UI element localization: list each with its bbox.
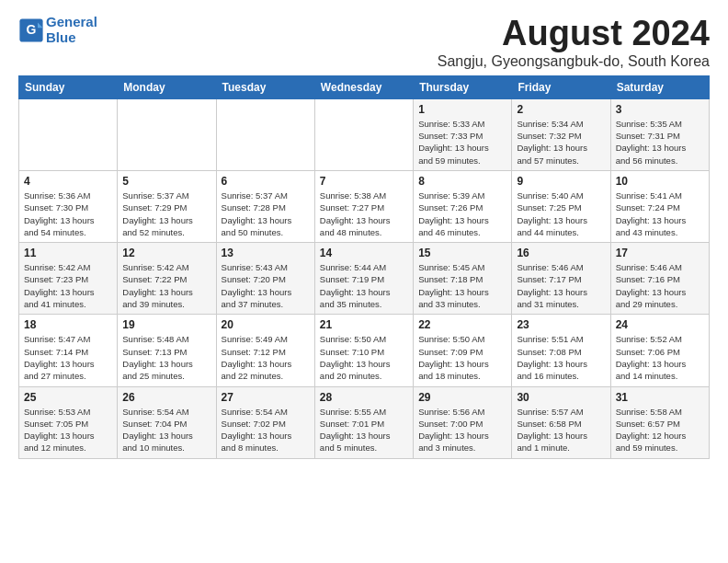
day-number: 31 bbox=[616, 391, 704, 404]
day-info: Sunrise: 5:34 AMSunset: 7:32 PMDaylight:… bbox=[517, 118, 605, 167]
day-number: 14 bbox=[320, 247, 408, 259]
table-row: 25Sunrise: 5:53 AMSunset: 7:05 PMDayligh… bbox=[19, 386, 118, 458]
col-friday: Friday bbox=[512, 75, 610, 98]
day-number: 1 bbox=[418, 103, 506, 116]
day-info: Sunrise: 5:49 AMSunset: 7:12 PMDaylight:… bbox=[222, 333, 310, 382]
day-number: 16 bbox=[517, 247, 605, 259]
day-number: 8 bbox=[418, 175, 506, 188]
day-info: Sunrise: 5:58 AMSunset: 6:57 PMDaylight:… bbox=[616, 406, 704, 454]
table-row: 14Sunrise: 5:44 AMSunset: 7:19 PMDayligh… bbox=[314, 243, 413, 315]
day-info: Sunrise: 5:41 AMSunset: 7:24 PMDaylight:… bbox=[616, 190, 704, 238]
day-info: Sunrise: 5:52 AMSunset: 7:06 PMDaylight:… bbox=[616, 333, 704, 382]
logo: G General Blue bbox=[18, 15, 97, 45]
day-number: 27 bbox=[222, 391, 310, 404]
day-info: Sunrise: 5:51 AMSunset: 7:08 PMDaylight:… bbox=[517, 333, 605, 382]
day-info: Sunrise: 5:42 AMSunset: 7:22 PMDaylight:… bbox=[122, 261, 210, 310]
table-row: 1Sunrise: 5:33 AMSunset: 7:33 PMDaylight… bbox=[414, 98, 512, 170]
day-number: 26 bbox=[122, 391, 210, 404]
table-row: 2Sunrise: 5:34 AMSunset: 7:32 PMDaylight… bbox=[512, 98, 610, 170]
logo-icon: G bbox=[18, 17, 44, 43]
table-row: 8Sunrise: 5:39 AMSunset: 7:26 PMDaylight… bbox=[414, 170, 512, 242]
col-saturday: Saturday bbox=[610, 75, 709, 98]
table-row: 15Sunrise: 5:45 AMSunset: 7:18 PMDayligh… bbox=[414, 243, 512, 315]
table-row: 6Sunrise: 5:37 AMSunset: 7:28 PMDaylight… bbox=[216, 170, 314, 242]
calendar-week-4: 18Sunrise: 5:47 AMSunset: 7:14 PMDayligh… bbox=[19, 315, 710, 386]
table-row: 26Sunrise: 5:54 AMSunset: 7:04 PMDayligh… bbox=[118, 386, 216, 458]
day-number: 6 bbox=[222, 175, 310, 188]
table-row bbox=[19, 98, 118, 170]
table-row: 3Sunrise: 5:35 AMSunset: 7:31 PMDaylight… bbox=[610, 98, 709, 170]
table-row: 13Sunrise: 5:43 AMSunset: 7:20 PMDayligh… bbox=[216, 243, 314, 315]
col-monday: Monday bbox=[118, 75, 216, 98]
day-number: 5 bbox=[122, 175, 210, 188]
table-row: 24Sunrise: 5:52 AMSunset: 7:06 PMDayligh… bbox=[610, 315, 709, 386]
table-row: 22Sunrise: 5:50 AMSunset: 7:09 PMDayligh… bbox=[414, 315, 512, 386]
table-row: 23Sunrise: 5:51 AMSunset: 7:08 PMDayligh… bbox=[512, 315, 610, 386]
table-row: 20Sunrise: 5:49 AMSunset: 7:12 PMDayligh… bbox=[216, 315, 314, 386]
col-sunday: Sunday bbox=[19, 75, 118, 98]
page: G General Blue August 2024 Sangju, Gyeon… bbox=[0, 0, 728, 468]
table-row: 31Sunrise: 5:58 AMSunset: 6:57 PMDayligh… bbox=[610, 386, 709, 458]
day-info: Sunrise: 5:33 AMSunset: 7:33 PMDaylight:… bbox=[418, 118, 506, 167]
day-number: 7 bbox=[320, 175, 408, 188]
day-number: 23 bbox=[517, 318, 605, 331]
day-number: 24 bbox=[616, 318, 704, 331]
day-number: 22 bbox=[418, 318, 506, 331]
table-row: 7Sunrise: 5:38 AMSunset: 7:27 PMDaylight… bbox=[314, 170, 413, 242]
day-info: Sunrise: 5:50 AMSunset: 7:09 PMDaylight:… bbox=[418, 333, 506, 382]
day-number: 21 bbox=[320, 318, 408, 331]
table-row: 11Sunrise: 5:42 AMSunset: 7:23 PMDayligh… bbox=[19, 243, 118, 315]
day-number: 4 bbox=[24, 175, 112, 188]
day-number: 30 bbox=[517, 391, 605, 404]
table-row: 10Sunrise: 5:41 AMSunset: 7:24 PMDayligh… bbox=[610, 170, 709, 242]
day-info: Sunrise: 5:54 AMSunset: 7:04 PMDaylight:… bbox=[122, 406, 210, 454]
day-info: Sunrise: 5:40 AMSunset: 7:25 PMDaylight:… bbox=[517, 190, 605, 238]
header: G General Blue August 2024 Sangju, Gyeon… bbox=[18, 15, 710, 70]
day-number: 15 bbox=[418, 247, 506, 259]
day-info: Sunrise: 5:50 AMSunset: 7:10 PMDaylight:… bbox=[320, 333, 408, 382]
day-info: Sunrise: 5:47 AMSunset: 7:14 PMDaylight:… bbox=[24, 333, 112, 382]
day-info: Sunrise: 5:39 AMSunset: 7:26 PMDaylight:… bbox=[418, 190, 506, 238]
day-info: Sunrise: 5:37 AMSunset: 7:28 PMDaylight:… bbox=[222, 190, 310, 238]
day-number: 10 bbox=[616, 175, 704, 188]
day-number: 3 bbox=[616, 103, 704, 116]
table-row: 12Sunrise: 5:42 AMSunset: 7:22 PMDayligh… bbox=[118, 243, 216, 315]
day-number: 25 bbox=[24, 391, 112, 404]
table-row: 18Sunrise: 5:47 AMSunset: 7:14 PMDayligh… bbox=[19, 315, 118, 386]
subtitle: Sangju, Gyeongsangbuk-do, South Korea bbox=[438, 53, 710, 70]
day-info: Sunrise: 5:56 AMSunset: 7:00 PMDaylight:… bbox=[418, 406, 506, 454]
day-number: 17 bbox=[616, 247, 704, 259]
calendar-week-3: 11Sunrise: 5:42 AMSunset: 7:23 PMDayligh… bbox=[19, 243, 710, 315]
calendar: Sunday Monday Tuesday Wednesday Thursday… bbox=[18, 75, 710, 459]
day-number: 20 bbox=[222, 318, 310, 331]
col-thursday: Thursday bbox=[414, 75, 512, 98]
calendar-header-row: Sunday Monday Tuesday Wednesday Thursday… bbox=[19, 75, 710, 98]
title-block: August 2024 Sangju, Gyeongsangbuk-do, So… bbox=[438, 15, 710, 70]
table-row: 28Sunrise: 5:55 AMSunset: 7:01 PMDayligh… bbox=[314, 386, 413, 458]
table-row: 27Sunrise: 5:54 AMSunset: 7:02 PMDayligh… bbox=[216, 386, 314, 458]
day-info: Sunrise: 5:48 AMSunset: 7:13 PMDaylight:… bbox=[122, 333, 210, 382]
table-row: 19Sunrise: 5:48 AMSunset: 7:13 PMDayligh… bbox=[118, 315, 216, 386]
day-number: 19 bbox=[122, 318, 210, 331]
day-info: Sunrise: 5:44 AMSunset: 7:19 PMDaylight:… bbox=[320, 261, 408, 310]
day-number: 13 bbox=[222, 247, 310, 259]
day-info: Sunrise: 5:37 AMSunset: 7:29 PMDaylight:… bbox=[122, 190, 210, 238]
day-info: Sunrise: 5:46 AMSunset: 7:17 PMDaylight:… bbox=[517, 261, 605, 310]
calendar-week-1: 1Sunrise: 5:33 AMSunset: 7:33 PMDaylight… bbox=[19, 98, 710, 170]
day-info: Sunrise: 5:54 AMSunset: 7:02 PMDaylight:… bbox=[222, 406, 310, 454]
day-info: Sunrise: 5:35 AMSunset: 7:31 PMDaylight:… bbox=[616, 118, 704, 167]
month-title: August 2024 bbox=[438, 15, 710, 53]
table-row: 30Sunrise: 5:57 AMSunset: 6:58 PMDayligh… bbox=[512, 386, 610, 458]
day-info: Sunrise: 5:46 AMSunset: 7:16 PMDaylight:… bbox=[616, 261, 704, 310]
table-row: 17Sunrise: 5:46 AMSunset: 7:16 PMDayligh… bbox=[610, 243, 709, 315]
col-wednesday: Wednesday bbox=[314, 75, 413, 98]
table-row: 5Sunrise: 5:37 AMSunset: 7:29 PMDaylight… bbox=[118, 170, 216, 242]
table-row: 29Sunrise: 5:56 AMSunset: 7:00 PMDayligh… bbox=[414, 386, 512, 458]
day-number: 2 bbox=[517, 103, 605, 116]
table-row bbox=[314, 98, 413, 170]
col-tuesday: Tuesday bbox=[216, 75, 314, 98]
table-row: 9Sunrise: 5:40 AMSunset: 7:25 PMDaylight… bbox=[512, 170, 610, 242]
table-row: 21Sunrise: 5:50 AMSunset: 7:10 PMDayligh… bbox=[314, 315, 413, 386]
day-info: Sunrise: 5:53 AMSunset: 7:05 PMDaylight:… bbox=[24, 406, 112, 454]
table-row: 4Sunrise: 5:36 AMSunset: 7:30 PMDaylight… bbox=[19, 170, 118, 242]
